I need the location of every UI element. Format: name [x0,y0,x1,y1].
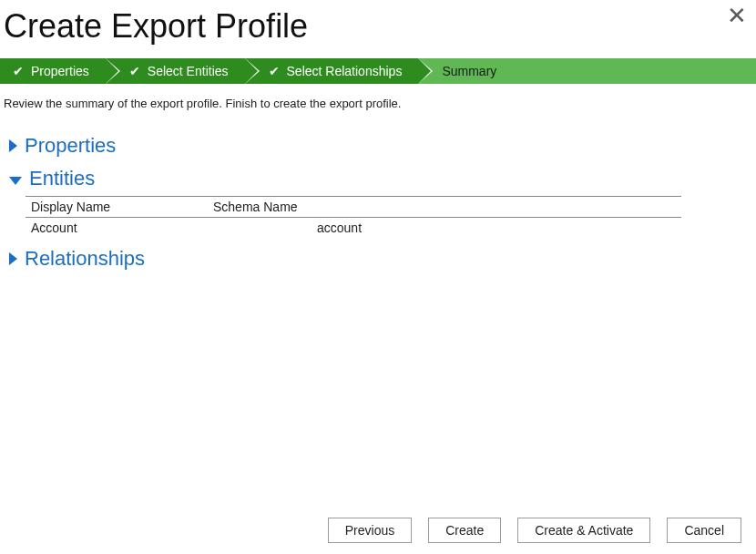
cell-display-name: Account [26,218,208,239]
summary-sections: Properties Entities Display Name Schema … [0,119,756,271]
close-icon[interactable]: ✕ [727,4,747,27]
table-row: Account account [26,218,681,239]
chevron-right-icon [9,252,17,265]
wizard-step-select-relationships[interactable]: ✔ Select Relationships [245,58,419,84]
wizard-step-select-entities[interactable]: ✔ Select Entities [106,58,245,84]
create-activate-button[interactable]: Create & Activate [517,518,650,543]
check-icon: ✔ [129,64,140,78]
check-icon: ✔ [269,64,280,78]
cell-schema-name: account [208,218,681,239]
section-title: Properties [25,134,116,158]
section-title: Relationships [25,247,145,271]
instructions-text: Review the summary of the export profile… [0,84,756,119]
wizard-bar: ✔ Properties ✔ Select Entities ✔ Select … [0,58,756,84]
create-button[interactable]: Create [428,518,501,543]
table-header-row: Display Name Schema Name [26,197,681,218]
wizard-step-summary[interactable]: ✔ Summary [418,58,756,84]
section-header-entities[interactable]: Entities [9,167,747,190]
previous-button[interactable]: Previous [328,518,412,543]
section-header-properties[interactable]: Properties [9,134,747,158]
wizard-step-label: Properties [31,64,89,78]
check-icon: ✔ [13,64,24,78]
column-header-schema-name: Schema Name [208,197,681,218]
entities-table: Display Name Schema Name Account account [26,196,681,238]
wizard-step-properties[interactable]: ✔ Properties [0,58,106,84]
column-header-display-name: Display Name [26,197,208,218]
button-bar: Previous Create Create & Activate Cancel [328,518,741,543]
chevron-down-icon [9,177,22,185]
page-title: Create Export Profile [0,0,756,58]
cancel-button[interactable]: Cancel [667,518,741,543]
section-title: Entities [29,167,95,190]
wizard-step-label: Select Entities [148,64,229,78]
wizard-step-label: Summary [442,64,496,78]
wizard-step-label: Select Relationships [287,64,403,78]
chevron-right-icon [9,139,17,152]
section-header-relationships[interactable]: Relationships [9,247,747,271]
